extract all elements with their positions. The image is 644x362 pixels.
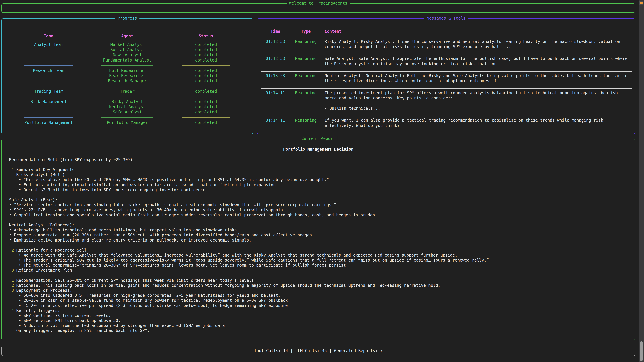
group-separator-line: [182, 96, 230, 97]
status-cell: completed: [168, 52, 244, 58]
report-line: • Emphasize active monitoring and clear …: [9, 238, 628, 243]
group-separator: [86, 125, 168, 130]
scroll-marker-dot: [640, 1, 643, 4]
time-cell: 01:13:53: [260, 71, 290, 89]
status-cell: completed: [168, 104, 244, 110]
content-cell: Safe Analyst: Safe Analyst: I appreciate…: [322, 54, 632, 71]
messages-table: Time Type Content 01:13:53ReasoningRisky…: [260, 21, 632, 142]
group-separator-line: [101, 86, 153, 86]
messages-column-content: Content: [322, 28, 632, 37]
report-line: Recommendation: Sell (trim SPY exposure …: [9, 157, 628, 162]
report-line: • The trader’s original 50% cut is likel…: [9, 258, 628, 263]
progress-panel: Progress Team Agent Status Analyst TeamM…: [1, 18, 253, 134]
agent-cell: Bull Researcher: [86, 68, 168, 73]
report-line: • Propose a moderate trim (20–30%) rathe…: [9, 233, 628, 238]
time-cell: 01:14:11: [260, 116, 290, 133]
status-cell: completed: [168, 78, 244, 84]
messages-table-spacer: [260, 21, 290, 28]
type-cell: Reasoning: [290, 116, 322, 133]
report-line: • Recent $2.3 billion inflows into SPY u…: [9, 187, 628, 192]
group-separator: [168, 115, 244, 120]
progress-column-agent: Agent: [86, 33, 168, 40]
welcome-title: Welcome to TradingAgents: [287, 1, 350, 5]
team-cell: [11, 104, 86, 110]
report-line: Neutral Analyst (Balanced):: [9, 223, 628, 228]
team-cell: [11, 73, 86, 78]
time-cell: 01:14:11: [260, 89, 290, 116]
report-line: • 50–60% into laddered U.S. Treasuries o…: [9, 293, 628, 298]
time-cell: 01:13:53: [260, 54, 290, 71]
agent-cell: Research Manager: [86, 78, 168, 84]
report-line: [9, 243, 628, 248]
report-line: [9, 218, 628, 223]
report-line: 1 Summary of Key Arguments: [9, 167, 628, 172]
agent-cell: Neutral Analyst: [86, 104, 168, 110]
progress-panel-title: Progress: [115, 16, 139, 21]
agent-cell: Trader: [86, 89, 168, 94]
report-line: [9, 162, 628, 167]
team-cell: Analyst Team: [11, 42, 86, 47]
report-line: • “Services sector contraction and slowi…: [9, 202, 628, 207]
agent-cell: Portfolio Manager: [86, 120, 168, 125]
report-line: • We agree with the Safe Analyst that “e…: [9, 253, 628, 258]
report-line: Risky Analyst (Bull):: [9, 172, 628, 177]
report-line: • 15–20% in a cost-effective put spread …: [9, 303, 628, 308]
report-line: 3 Deployment of Proceeds:: [9, 288, 628, 293]
report-line: [9, 273, 628, 278]
time-cell: 01:13:53: [260, 37, 290, 54]
footer-stats-panel: Tool Calls: 14 | LLM Calls: 45 | Generat…: [1, 346, 635, 356]
report-line: [9, 192, 628, 197]
terminal-screen: { "app": { "welcome_title": "Welcome to …: [0, 0, 644, 362]
status-cell: completed: [168, 73, 244, 78]
group-separator: [86, 115, 168, 120]
report-line-number: 4: [12, 308, 14, 313]
group-separator-line: [24, 96, 73, 97]
group-separator: [11, 63, 86, 68]
current-report-panel: Current Report Portfolio Management Deci…: [1, 139, 635, 340]
scroll-marker: [640, 1, 644, 5]
group-separator-line: [24, 117, 73, 118]
scrollbar-thumb[interactable]: [640, 341, 643, 361]
report-line: • Fed cuts priced in, global disinflatio…: [9, 182, 628, 187]
agent-cell: Safe Analyst: [86, 110, 168, 115]
group-separator-line: [101, 117, 153, 118]
status-cell: completed: [168, 58, 244, 63]
report-line: 4 Re-Entry Triggers:: [9, 308, 628, 313]
group-separator: [168, 84, 244, 89]
agent-cell: Social Analyst: [86, 47, 168, 52]
team-cell: Trading Team: [11, 89, 86, 94]
report-line: Safe Analyst (Bear):: [9, 197, 628, 202]
report-line: 1 Recommendation: Sell 25–30% of current…: [9, 278, 628, 283]
group-separator: [86, 84, 168, 89]
report-line-number: 3: [12, 288, 14, 293]
type-cell: Reasoning: [290, 37, 322, 54]
report-line: On any trigger, redeploy in 25% tranches…: [9, 328, 628, 333]
team-cell: Research Team: [11, 68, 86, 73]
report-line: • The Neutral compromise—“trimming 20–30…: [9, 263, 628, 268]
group-separator-line: [24, 128, 73, 128]
agent-cell: News Analyst: [86, 52, 168, 58]
status-cell: completed: [168, 99, 244, 104]
agent-cell: Fundamentals Analyst: [86, 58, 168, 63]
group-separator: [86, 94, 168, 99]
progress-column-team: Team: [11, 33, 86, 40]
group-separator-line: [24, 65, 73, 66]
status-cell: completed: [168, 42, 244, 47]
welcome-panel: Welcome to TradingAgents: [1, 3, 635, 13]
group-separator-line: [182, 117, 230, 118]
status-cell: completed: [168, 89, 244, 94]
progress-column-status: Status: [168, 33, 244, 40]
team-cell: [11, 78, 86, 84]
report-line: • “Price is above both the 50- and 200-d…: [9, 177, 628, 182]
group-separator: [168, 63, 244, 68]
type-cell: Reasoning: [290, 89, 322, 116]
scrollbar-track[interactable]: [639, 0, 644, 362]
team-cell: Portfolio Management: [11, 120, 86, 125]
report-line-number: 2: [12, 283, 14, 288]
messages-table-spacer: [290, 21, 322, 28]
team-cell: [11, 110, 86, 115]
group-separator: [11, 94, 86, 99]
report-line: • S&P services PMI turns back up above 5…: [9, 318, 628, 323]
status-cell: completed: [168, 47, 244, 52]
group-separator-line: [101, 128, 153, 128]
